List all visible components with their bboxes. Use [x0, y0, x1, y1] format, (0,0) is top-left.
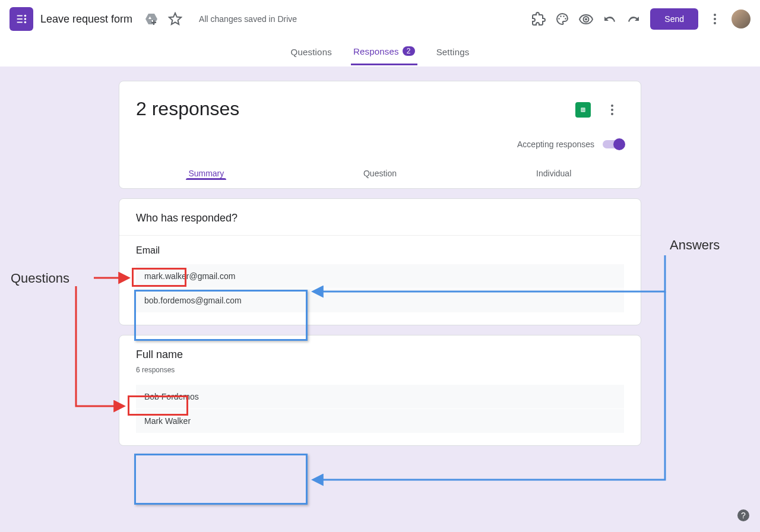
responses-view-tabs: Summary Question Individual — [119, 159, 641, 188]
addons-button[interactable] — [527, 7, 550, 31]
list-item: mark.walker@gmail.com — [136, 264, 624, 289]
save-status: All changes saved in Drive — [199, 14, 297, 24]
who-responded-title: Who has responded? — [119, 199, 641, 236]
responses-tab-question[interactable]: Question — [293, 159, 467, 188]
list-item: Mark Walker — [136, 409, 624, 433]
header-bar: Leave request form All changes saved in … — [0, 0, 760, 38]
tab-questions[interactable]: Questions — [289, 40, 334, 64]
list-item: Bob Fordemos — [136, 385, 624, 409]
annotation-box-fullname-answers — [134, 454, 308, 505]
undo-button[interactable] — [598, 7, 622, 31]
send-button[interactable]: Send — [650, 8, 698, 30]
form-title[interactable]: Leave request form — [40, 13, 132, 26]
help-button[interactable]: ? — [736, 508, 750, 522]
star-button[interactable] — [163, 7, 187, 31]
responses-tab-summary-label: Summary — [188, 169, 224, 178]
svg-point-9 — [565, 18, 566, 19]
create-spreadsheet-button[interactable] — [575, 102, 591, 118]
fullname-card: Full name 6 responses Bob Fordemos Mark … — [119, 335, 641, 446]
account-avatar[interactable] — [732, 10, 750, 28]
svg-point-5 — [24, 21, 27, 24]
responses-summary-card: 2 responses Accepting responses Summary … — [119, 81, 641, 189]
svg-rect-0 — [17, 15, 23, 17]
tab-responses-label: Responses — [353, 46, 399, 56]
svg-point-4 — [24, 18, 27, 20]
annotation-box-email — [132, 268, 186, 287]
forms-logo-icon[interactable] — [10, 7, 33, 31]
svg-point-16 — [611, 109, 613, 111]
svg-point-8 — [563, 15, 565, 17]
svg-text:?: ? — [741, 511, 746, 520]
preview-button[interactable] — [574, 7, 598, 31]
redo-button[interactable] — [622, 7, 645, 31]
email-question-label: Email — [119, 236, 641, 262]
annotation-box-email-answers — [134, 290, 308, 341]
svg-point-15 — [611, 104, 613, 107]
svg-rect-1 — [17, 18, 23, 20]
move-to-drive-button[interactable] — [140, 7, 163, 31]
tab-settings[interactable]: Settings — [434, 40, 472, 64]
theme-button[interactable] — [550, 7, 574, 31]
responses-count-heading: 2 responses — [136, 98, 239, 120]
fullname-response-list: Bob Fordemos Mark Walker — [119, 382, 641, 445]
annotation-box-fullname — [128, 395, 188, 416]
content-area: 2 responses Accepting responses Summary … — [0, 66, 760, 532]
svg-point-10 — [585, 18, 587, 21]
svg-point-13 — [714, 22, 716, 24]
more-options-button[interactable] — [703, 7, 727, 31]
fullname-responses-count: 6 responses — [119, 365, 641, 382]
svg-point-7 — [560, 15, 562, 17]
accepting-responses-toggle[interactable] — [603, 140, 624, 148]
responses-badge: 2 — [403, 46, 415, 56]
svg-point-11 — [714, 14, 716, 16]
svg-point-6 — [559, 18, 560, 19]
svg-point-3 — [24, 15, 27, 17]
accepting-responses-label: Accepting responses — [517, 140, 594, 149]
responses-more-options-button[interactable] — [600, 98, 624, 122]
svg-point-17 — [611, 113, 613, 115]
form-tabs: Questions Responses 2 Settings — [0, 38, 760, 66]
responses-tab-individual[interactable]: Individual — [467, 159, 641, 188]
svg-rect-2 — [17, 22, 23, 23]
svg-point-12 — [714, 18, 716, 20]
responses-tab-summary[interactable]: Summary — [119, 159, 293, 188]
tab-responses[interactable]: Responses 2 — [351, 39, 417, 65]
